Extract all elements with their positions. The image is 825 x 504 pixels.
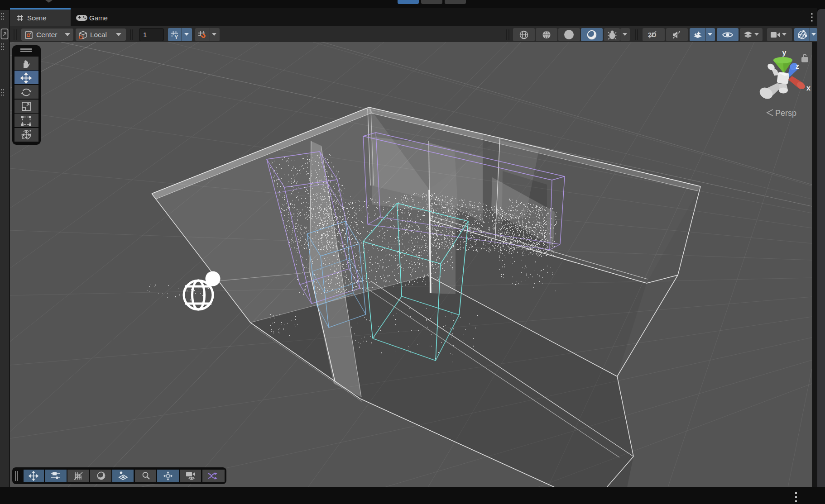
svg-text:x: x xyxy=(806,84,811,92)
svg-text:Persp: Persp xyxy=(775,109,796,118)
svg-text:Y: Y xyxy=(175,34,178,40)
svg-text:y: y xyxy=(782,49,787,57)
svg-text:z: z xyxy=(796,62,799,70)
